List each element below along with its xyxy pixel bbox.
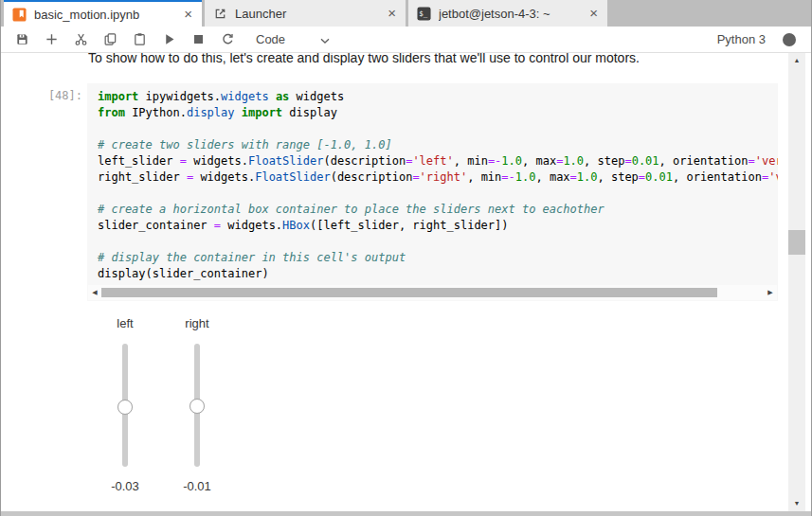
- code-line: # create a horizontal box container to p…: [98, 202, 778, 218]
- tab-label: jetbot@jetson-4-3: ~: [439, 7, 580, 21]
- cut-icon[interactable]: [73, 32, 88, 47]
- scroll-left-icon[interactable]: ◀: [88, 289, 101, 296]
- code-lines: import ipywidgets.widgets as widgetsfrom…: [98, 89, 778, 282]
- code-line: import ipywidgets.widgets as widgets: [98, 89, 778, 105]
- code-line: left_slider = widgets.FloatSlider(descri…: [98, 153, 778, 169]
- save-icon[interactable]: [14, 32, 29, 47]
- slider-handle[interactable]: [189, 399, 205, 414]
- window-border-left: [0, 0, 1, 516]
- stop-icon[interactable]: [190, 32, 206, 47]
- slider-handle[interactable]: [117, 400, 133, 415]
- code-line: right_slider = widgets.FloatSlider(descr…: [98, 169, 778, 186]
- window-bottom-border: [0, 511, 812, 516]
- code-line: # create two sliders with range [-1.0, 1…: [98, 137, 778, 153]
- code-editor[interactable]: import ipywidgets.widgets as widgetsfrom…: [87, 83, 778, 285]
- code-line: [98, 121, 778, 137]
- slider-readout: -0.01: [161, 479, 233, 493]
- tab-label: basic_motion.ipynb: [34, 8, 174, 22]
- run-icon[interactable]: [161, 32, 176, 47]
- slider-widget: left -0.03: [89, 316, 161, 493]
- tab-terminal[interactable]: $_ jetbot@jetson-4-3: ~ ×: [408, 0, 607, 27]
- slider-widget: right -0.01: [161, 316, 233, 493]
- markdown-cell-text: To show how to do this, let's create and…: [88, 53, 640, 65]
- close-icon[interactable]: ×: [587, 7, 600, 20]
- execution-count-prompt: [48]:: [29, 89, 82, 102]
- notebook-toolbar: Code Python 3: [0, 27, 812, 53]
- scrollbar-thumb[interactable]: [788, 230, 805, 255]
- code-line: # display the container in this cell's o…: [98, 250, 778, 266]
- kernel-name[interactable]: Python 3: [717, 32, 766, 46]
- close-icon[interactable]: ×: [182, 8, 194, 21]
- kernel-status-icon[interactable]: [783, 33, 796, 46]
- close-icon[interactable]: ×: [386, 7, 398, 20]
- cell-type-value: Code: [256, 32, 285, 46]
- slider-readout: -0.03: [89, 479, 161, 493]
- scroll-up-icon[interactable]: ▲: [788, 53, 805, 68]
- scrollbar-track[interactable]: [101, 287, 764, 298]
- cell-type-dropdown[interactable]: Code: [256, 31, 330, 48]
- slider-label: right: [161, 316, 233, 331]
- paste-icon[interactable]: [132, 32, 147, 47]
- tab-notebook[interactable]: basic_motion.ipynb ×: [4, 0, 202, 27]
- scroll-down-icon[interactable]: ▼: [788, 496, 805, 511]
- svg-text:$_: $_: [419, 9, 428, 18]
- add-cell-icon[interactable]: [44, 32, 59, 47]
- tab-launcher[interactable]: Launcher ×: [205, 0, 406, 27]
- chevron-down-icon: [320, 31, 330, 48]
- launcher-icon: [213, 7, 227, 21]
- code-line: slider_container = widgets.HBox([left_sl…: [98, 218, 778, 234]
- tab-label: Launcher: [235, 7, 378, 21]
- slider-label: left: [89, 316, 161, 331]
- copy-icon[interactable]: [102, 32, 117, 47]
- notebook-icon: [12, 8, 27, 22]
- code-line: [98, 234, 778, 250]
- code-line: display(slider_container): [98, 266, 778, 282]
- dock-tab-bar: basic_motion.ipynb × Launcher × $_ jetbo…: [0, 0, 812, 27]
- code-line: from IPython.display import display: [98, 105, 778, 121]
- code-cell: import ipywidgets.widgets as widgetsfrom…: [87, 83, 778, 301]
- code-line: [98, 186, 778, 202]
- notebook-panel: To show how to do this, let's create and…: [1, 53, 811, 511]
- notebook-vertical-scrollbar[interactable]: ▲ ▼: [788, 53, 805, 511]
- code-horizontal-scrollbar[interactable]: ◀ ▶: [88, 285, 777, 300]
- scrollbar-thumb[interactable]: [101, 288, 717, 297]
- scroll-right-icon[interactable]: ▶: [764, 289, 777, 296]
- restart-icon[interactable]: [220, 32, 235, 47]
- jupyterlab-window: basic_motion.ipynb × Launcher × $_ jetbo…: [0, 0, 812, 516]
- terminal-icon: $_: [417, 7, 431, 21]
